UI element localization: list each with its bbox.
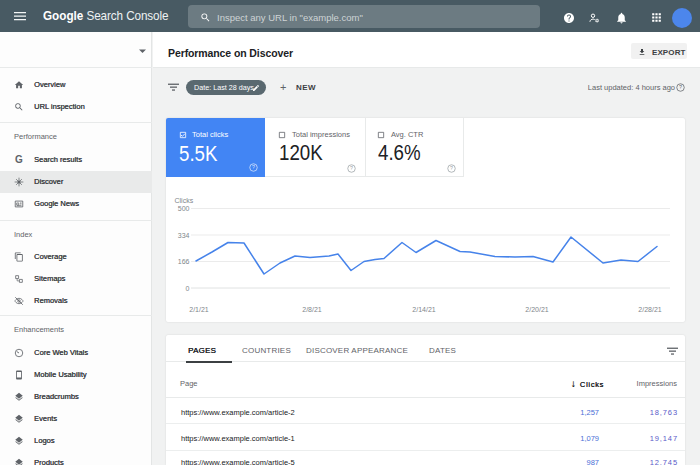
svg-text:?: ? — [350, 165, 353, 171]
svg-text:0: 0 — [186, 285, 190, 292]
svg-text:166: 166 — [178, 258, 190, 265]
svg-text:?: ? — [679, 84, 682, 90]
svg-text:2/1/21: 2/1/21 — [189, 306, 209, 313]
svg-text:2/28/21: 2/28/21 — [638, 306, 661, 313]
svg-text:?: ? — [252, 164, 255, 170]
svg-text:2/14/21: 2/14/21 — [412, 306, 435, 313]
svg-text:2/8/21: 2/8/21 — [302, 306, 322, 313]
svg-text:Clicks: Clicks — [175, 197, 194, 204]
svg-text:334: 334 — [178, 232, 190, 239]
svg-text:2/20/21: 2/20/21 — [525, 306, 548, 313]
svg-text:500: 500 — [178, 205, 190, 212]
svg-text:?: ? — [450, 165, 453, 171]
